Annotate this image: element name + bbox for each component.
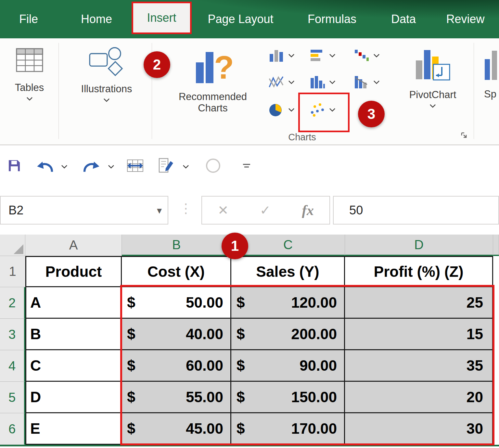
cell-value: 200.00: [291, 325, 337, 343]
name-box-dropdown-icon[interactable]: ▾: [157, 205, 162, 216]
insert-scatter-chart-button[interactable]: [309, 102, 336, 119]
pivotchart-button[interactable]: PivotChart: [400, 46, 465, 109]
chevron-down-icon: [26, 96, 33, 101]
cell-b4[interactable]: $ 60.00: [122, 350, 231, 382]
insert-bar-chart-button[interactable]: [309, 48, 336, 64]
insert-waterfall-chart-button[interactable]: [353, 48, 380, 64]
combo-chart-dropdown-chevron-icon[interactable]: [373, 80, 380, 86]
cell-b3[interactable]: $ 40.00: [122, 319, 231, 350]
name-box[interactable]: B2 ▾: [0, 196, 168, 224]
column-header-c[interactable]: C: [231, 235, 345, 256]
cell-c4[interactable]: $ 90.00: [231, 350, 345, 382]
save-button[interactable]: [7, 159, 21, 174]
tab-formulas[interactable]: Formulas: [296, 0, 368, 38]
autofit-table-button[interactable]: [126, 158, 144, 175]
insert-pie-chart-button[interactable]: [268, 102, 295, 119]
cell-c1[interactable]: Sales (Y): [231, 256, 345, 287]
currency-symbol: $: [127, 388, 135, 406]
customize-qat-button[interactable]: [242, 162, 251, 172]
redo-button[interactable]: [81, 160, 102, 175]
cell-value: 45.00: [186, 420, 223, 437]
cell-d3[interactable]: 15: [345, 319, 493, 350]
qat-circle-button[interactable]: [206, 159, 220, 173]
cell-c6[interactable]: $ 170.00: [231, 413, 345, 445]
illustrations-label: Illustrations: [81, 83, 132, 95]
currency-symbol: $: [237, 294, 245, 311]
cell-d6[interactable]: 30: [345, 413, 493, 445]
tables-button[interactable]: Tables: [6, 45, 53, 101]
row-header-4[interactable]: 4: [0, 350, 25, 382]
cell-a1[interactable]: Product: [25, 256, 122, 287]
insert-function-icon[interactable]: fx: [302, 202, 314, 219]
cell-d4[interactable]: 35: [345, 350, 493, 382]
insert-line-chart-button[interactable]: [268, 75, 295, 91]
insert-column-chart-button[interactable]: [268, 48, 295, 64]
currency-symbol: $: [237, 420, 245, 437]
row-header-5[interactable]: 5: [0, 382, 25, 413]
sparklines-button-partial[interactable]: Sp: [484, 46, 499, 100]
column-header-gutter: [493, 235, 499, 256]
undo-button[interactable]: [34, 160, 56, 175]
tab-file[interactable]: File: [9, 0, 48, 38]
cell-b6[interactable]: $ 45.00: [122, 413, 231, 445]
cell-a6[interactable]: E: [25, 413, 122, 445]
insert-combo-chart-button[interactable]: [353, 75, 380, 91]
line-chart-dropdown-chevron-icon[interactable]: [288, 80, 295, 86]
column-header-a[interactable]: A: [25, 235, 122, 256]
pie-chart-dropdown-chevron-icon[interactable]: [288, 108, 295, 114]
tab-insert[interactable]: Insert: [132, 2, 192, 34]
currency-symbol: $: [127, 325, 135, 343]
column-chart-dropdown-chevron-icon[interactable]: [288, 53, 295, 59]
undo-dropdown-chevron-icon[interactable]: [60, 164, 68, 169]
formula-bar[interactable]: 50: [333, 196, 499, 224]
insert-histogram-chart-button[interactable]: [309, 75, 336, 91]
group-separator: [474, 43, 474, 139]
cell-value: 60.00: [186, 357, 223, 374]
select-all-corner[interactable]: [0, 235, 25, 256]
charts-dialog-launcher-icon[interactable]: [460, 131, 468, 141]
cell-value: 40.00: [186, 325, 223, 343]
waterfall-chart-dropdown-chevron-icon[interactable]: [373, 53, 380, 59]
row-header-6[interactable]: 6: [0, 413, 25, 445]
cell-c2[interactable]: $ 120.00: [231, 287, 345, 319]
cell-b1[interactable]: Cost (X): [122, 256, 231, 287]
cell-d2[interactable]: 25: [345, 287, 493, 319]
histogram-chart-dropdown-chevron-icon[interactable]: [328, 80, 336, 86]
cancel-icon[interactable]: ✕: [218, 203, 229, 218]
cell-d5[interactable]: 20: [345, 382, 493, 413]
scatter-chart-dropdown-chevron-icon[interactable]: [328, 108, 336, 114]
cell-a2[interactable]: A: [25, 287, 122, 319]
row-header-1[interactable]: 1: [0, 256, 25, 287]
redo-dropdown-chevron-icon[interactable]: [107, 164, 115, 169]
enter-icon[interactable]: ✓: [260, 203, 271, 218]
column-header-d[interactable]: D: [345, 235, 493, 256]
cell-value: 55.00: [186, 388, 223, 406]
currency-symbol: $: [237, 388, 245, 406]
tab-page-layout[interactable]: Page Layout: [194, 0, 287, 38]
cell-c3[interactable]: $ 200.00: [231, 319, 345, 350]
cell-d1[interactable]: Profit (%) (Z): [345, 256, 493, 287]
recommended-charts-button[interactable]: ? Recommended Charts: [164, 46, 262, 114]
tab-data[interactable]: Data: [381, 0, 426, 38]
separator-dots-icon[interactable]: ⋮: [179, 201, 192, 216]
cell-b5[interactable]: $ 55.00: [122, 382, 231, 413]
sparkline-icon: [484, 46, 499, 84]
tab-home[interactable]: Home: [69, 0, 124, 38]
bar-chart-dropdown-chevron-icon[interactable]: [328, 53, 336, 59]
step-1-badge: 1: [222, 233, 248, 259]
tab-review[interactable]: Review: [437, 0, 494, 38]
recommended-charts-icon: ?: [193, 46, 232, 87]
column-header-b[interactable]: B: [122, 235, 231, 256]
row-header-2[interactable]: 2: [0, 287, 25, 319]
cell-a4[interactable]: C: [25, 350, 122, 382]
cell-b2-active-cell[interactable]: $ 50.00: [122, 287, 231, 319]
illustrations-button[interactable]: Illustrations: [72, 45, 141, 103]
row-header-3[interactable]: 3: [0, 319, 25, 350]
edit-document-button[interactable]: [157, 157, 174, 175]
cell-a3[interactable]: B: [25, 319, 122, 350]
cell-c5[interactable]: $ 150.00: [231, 382, 345, 413]
selection-bottom-border: [0, 445, 499, 446]
edit-dropdown-chevron-icon[interactable]: [182, 164, 190, 169]
gutter: [493, 413, 499, 445]
cell-a5[interactable]: D: [25, 382, 122, 413]
